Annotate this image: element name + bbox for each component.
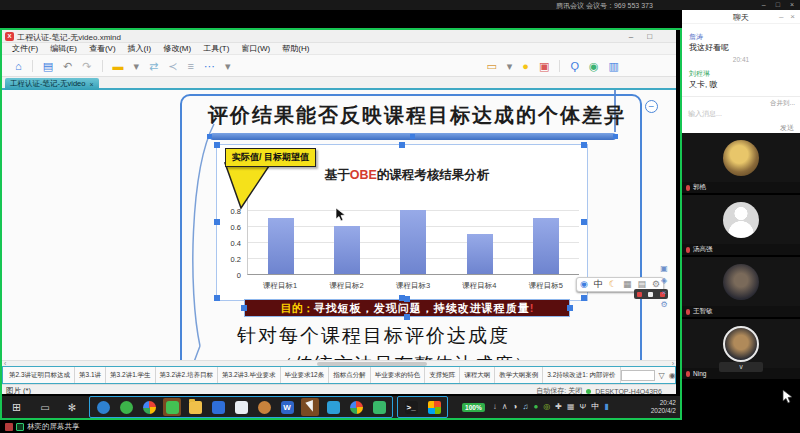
- green-dot-tray-icon[interactable]: ●: [533, 396, 538, 418]
- lang-indicator[interactable]: 中: [591, 396, 599, 418]
- wechat-icon[interactable]: [163, 398, 181, 416]
- security-app-icon[interactable]: [117, 398, 135, 416]
- pinwheel-app-icon[interactable]: ✻: [59, 402, 85, 413]
- mindmap-canvas[interactable]: 评价结果能否反映课程目标达成的个体差异 − 实际值/ 目标期望值 基于OBE的课…: [2, 90, 676, 360]
- sheet-tab[interactable]: 第2.3讲证明目标达成: [5, 367, 75, 383]
- home-icon[interactable]: ⌂: [10, 56, 27, 76]
- menu-item[interactable]: 插入(I): [122, 43, 158, 54]
- minimize-icon[interactable]: –: [762, 0, 766, 10]
- caret-icon[interactable]: ▾: [129, 56, 145, 76]
- usb-tray-icon[interactable]: ✚: [555, 396, 562, 418]
- selection-handle[interactable]: [581, 219, 587, 225]
- sheet-tab[interactable]: 支撑矩阵: [425, 367, 460, 383]
- photos-app-icon[interactable]: [324, 398, 342, 416]
- menu-item[interactable]: 查看(V): [83, 43, 122, 54]
- menu-item[interactable]: 文件(F): [6, 43, 44, 54]
- ime-moon-icon[interactable]: ☾: [609, 278, 617, 291]
- panel-toggle-icon-3[interactable]: ×: [662, 288, 667, 297]
- selection-handle[interactable]: [581, 295, 587, 301]
- ime-lang-icon[interactable]: 中: [594, 278, 603, 291]
- selection-handle[interactable]: [214, 295, 220, 301]
- selection-node-dot[interactable]: [613, 134, 618, 139]
- sheet-tab[interactable]: 毕业要求12条: [281, 367, 330, 383]
- selection-handle[interactable]: [567, 305, 573, 311]
- selection-handle[interactable]: [241, 305, 247, 311]
- share-icon[interactable]: ◉: [584, 56, 604, 76]
- keyboard-tray-icon[interactable]: ▦: [567, 396, 575, 418]
- send-button[interactable]: 发送: [780, 123, 794, 133]
- chat-input[interactable]: 输入消息...: [688, 109, 722, 119]
- undo-icon[interactable]: ↶: [58, 56, 77, 76]
- menu-item[interactable]: 编辑(E): [44, 43, 83, 54]
- video-tile[interactable]: 汤高强: [682, 195, 800, 255]
- sheet-tab[interactable]: 课程大纲: [460, 367, 495, 383]
- menu-item[interactable]: 工具(T): [197, 43, 235, 54]
- search-icon[interactable]: Ϙ: [565, 56, 584, 76]
- menu-item[interactable]: 帮助(H): [276, 43, 315, 54]
- cmd-icon[interactable]: >_: [402, 398, 420, 416]
- meeting-app-icon[interactable]: [301, 398, 319, 416]
- selection-handle[interactable]: [399, 142, 405, 148]
- minimize-icon[interactable]: –: [629, 30, 633, 43]
- menu-item[interactable]: 修改(M): [157, 43, 197, 54]
- scroll-right-icon[interactable]: ›: [672, 360, 674, 367]
- selection-handle[interactable]: [404, 296, 410, 302]
- merge-chat-link[interactable]: 合并到...: [770, 99, 795, 108]
- scrollbar-thumb[interactable]: [317, 362, 427, 366]
- save-icon[interactable]: ▤: [38, 56, 58, 76]
- sheet-tab[interactable]: 第3.2讲1.学生: [106, 367, 155, 383]
- menu-item[interactable]: 窗口(W): [235, 43, 276, 54]
- panel-toggle-icon-4[interactable]: ⚙: [660, 300, 667, 309]
- topic-node[interactable]: 评价结果能否反映课程目标达成的个体差异 − 实际值/ 目标期望值 基于OBE的课…: [180, 94, 642, 360]
- summary-icon[interactable]: ≡: [182, 56, 198, 76]
- marker-icon[interactable]: ▬: [108, 56, 129, 76]
- more-icon[interactable]: ⋯: [199, 56, 220, 76]
- chrome-icon[interactable]: [347, 398, 365, 416]
- sheet-tab[interactable]: 第3.1讲: [75, 367, 106, 383]
- sheet-search-input[interactable]: [621, 370, 655, 381]
- relationship-icon[interactable]: ⇄: [144, 56, 163, 76]
- sheet-tab[interactable]: 教学大纲案例: [495, 367, 543, 383]
- eye-icon[interactable]: ◉: [669, 371, 676, 380]
- notepad-app-icon[interactable]: [232, 398, 250, 416]
- selection-handle[interactable]: [581, 142, 587, 148]
- xmind-titlebar[interactable]: X 工程认证-笔记-无video.xmind – □: [2, 30, 676, 43]
- taskbar-clock[interactable]: 20:42 2020/4/2: [651, 399, 680, 415]
- theme-tray-icon[interactable]: ◑: [513, 396, 518, 418]
- selection-handle[interactable]: [214, 219, 220, 225]
- ime-keyboard-icon[interactable]: ▦: [623, 278, 632, 291]
- slideshow-icon[interactable]: ▭: [481, 56, 501, 76]
- close-icon[interactable]: ×: [790, 0, 794, 10]
- docs-app-icon[interactable]: [209, 398, 227, 416]
- caret-icon[interactable]: ▾: [220, 56, 236, 76]
- panel-toggle-icon-2[interactable]: ◈: [661, 276, 667, 285]
- accelerator-ball[interactable]: 100%: [462, 403, 485, 412]
- sheet-tab[interactable]: 毕业要求的特色: [371, 367, 426, 383]
- collapse-videos-button[interactable]: ∨: [719, 362, 763, 372]
- video-tile[interactable]: 王智敏: [682, 257, 800, 317]
- task-view-icon[interactable]: ▭: [31, 402, 58, 413]
- lightbulb-icon[interactable]: ●: [517, 56, 534, 76]
- filter-funnel-icon[interactable]: ▽: [659, 371, 665, 380]
- redo-icon[interactable]: ↷: [77, 56, 96, 76]
- qq-app-icon[interactable]: [94, 398, 112, 416]
- maximize-icon[interactable]: □: [776, 0, 780, 10]
- meeting-tray-icon[interactable]: ▮: [604, 396, 608, 418]
- sheet-tab[interactable]: 第3.2讲2.培养目标: [156, 367, 218, 383]
- download-tray-icon[interactable]: ↓: [493, 396, 497, 418]
- video-tile[interactable]: 郭艳: [682, 133, 800, 193]
- selection-node-dot[interactable]: [410, 134, 415, 139]
- close-icon[interactable]: ×: [790, 12, 795, 21]
- close-icon[interactable]: ×: [89, 81, 93, 88]
- volume-icon[interactable]: ♫: [522, 396, 528, 418]
- image-viewer-icon[interactable]: [370, 398, 388, 416]
- start-button[interactable]: ⊞: [2, 401, 31, 414]
- selection-handle[interactable]: [404, 314, 410, 320]
- green-ring-tray-icon[interactable]: ◎: [543, 396, 550, 418]
- caret-icon[interactable]: ▾: [502, 56, 518, 76]
- chart-image[interactable]: 实际值/ 目标期望值 基于OBE的课程考核结果分析 10.80.60.40.20…: [217, 145, 587, 300]
- horizontal-scrollbar[interactable]: ‹ ›: [2, 360, 676, 366]
- sheet-tab[interactable]: 指标点分解: [329, 367, 371, 383]
- maximize-icon[interactable]: □: [647, 30, 652, 43]
- sheet-tab[interactable]: 第3.2讲3.毕业要求: [218, 367, 280, 383]
